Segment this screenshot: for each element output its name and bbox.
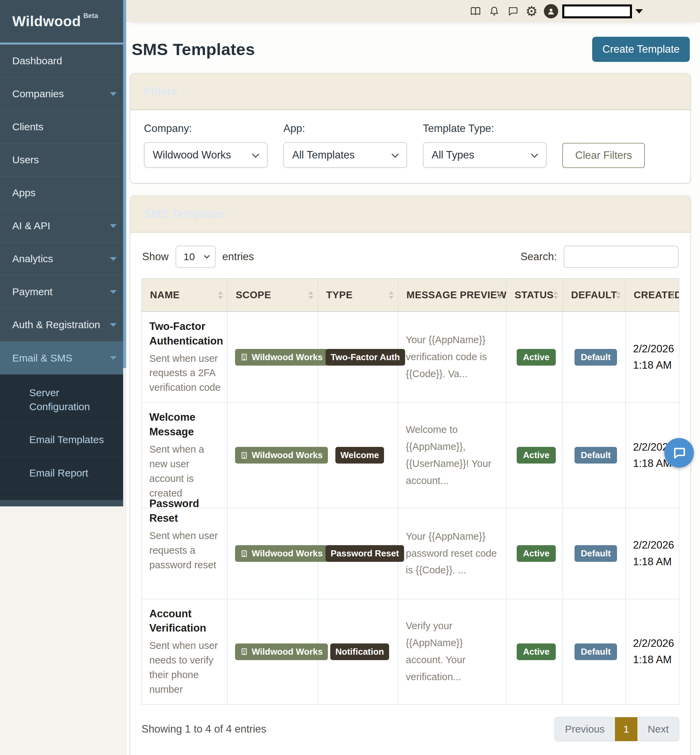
filters-card: Filters Company: Wildwood Works App: All… [130,73,691,183]
table-row: Password Reset Sent when user requests a… [142,508,679,599]
book-icon[interactable] [469,5,482,18]
sidebar-item-ai-api[interactable]: AI & API [0,209,126,242]
user-menu-caret-icon[interactable] [635,9,643,14]
building-icon [240,451,248,459]
column-header-name[interactable]: NAME [142,279,228,312]
company-filter: Company: Wildwood Works [144,122,268,168]
column-header-message-preview[interactable]: MESSAGE PREVIEW [398,279,506,312]
company-label: Company: [144,122,268,135]
template-type-select[interactable]: All Types [423,142,547,168]
status-badge: Active [517,545,555,562]
sort-icon [497,291,502,299]
template-name-cell: Welcome Message Sent when a new user acc… [142,402,228,508]
bell-icon[interactable] [488,5,501,18]
app-select[interactable]: All Templates [283,142,407,168]
table-footer: Showing 1 to 4 of 4 entries Previous 1 N… [142,717,679,741]
table-row: Welcome Message Sent when a new user acc… [142,402,679,508]
column-header-status[interactable]: STATUS [506,279,563,312]
sidebar-scrollbar-thumb[interactable] [123,0,126,368]
type-badge: Two-Factor Auth [325,349,405,366]
default-badge: Default [575,545,617,562]
column-header-scope[interactable]: SCOPE [228,279,318,312]
type-badge: Welcome [335,447,384,463]
current-page-button[interactable]: 1 [615,717,638,741]
template-type-cell: Password Reset [318,508,398,599]
search-label: Search: [520,251,557,263]
app-label: App: [283,122,407,135]
sort-icon [218,291,223,299]
sidebar-scrollbar[interactable] [123,0,126,506]
show-label: Show [142,251,169,263]
sms-templates-card-header: SMS Templates [130,196,691,232]
chevron-down-icon [110,257,117,261]
sidebar-item-dashboard[interactable]: Dashboard [0,45,126,78]
pagination: Previous 1 Next [555,717,679,741]
template-scope-cell: Wildwood Works [228,402,318,508]
template-type-filter: Template Type: All Types [423,122,547,168]
app-filter: App: All Templates [283,122,407,168]
status-badge: Active [517,447,555,463]
default-badge: Default [575,643,617,660]
scope-badge: Wildwood Works [235,643,328,660]
template-name-cell: Password Reset Sent when user requests a… [142,508,228,599]
screen: Wildwood Beta Dashboard Companies Client… [0,0,700,755]
sidebar-subitem-email-report[interactable]: Email Report [0,457,126,490]
chevron-down-icon [110,92,117,96]
next-page-button[interactable]: Next [638,717,679,741]
column-header-created[interactable]: CREATED [625,279,679,312]
sidebar-item-email-sms[interactable]: Email & SMS [0,342,126,374]
chevron-down-icon [204,253,209,259]
sidebar-item-apps[interactable]: Apps [0,176,126,209]
gear-icon[interactable]: ⚙ [525,5,538,18]
template-name-cell: Account Verification Sent when user need… [142,599,228,704]
sidebar-subitem-server-configuration[interactable]: Server Configuration [0,376,126,423]
sidebar-item-users[interactable]: Users [0,144,126,176]
sidebar-item-payment[interactable]: Payment [0,276,126,309]
template-type-cell: Notification [318,599,398,704]
brand-beta-badge: Beta [83,12,98,20]
sidebar-subitem-email-templates[interactable]: Email Templates [0,423,126,457]
column-header-default[interactable]: DEFAULT [563,279,625,312]
sidebar-nav: Dashboard Companies Clients Users Apps A… [0,45,126,500]
page-size-value: 10 [184,251,195,262]
sidebar-item-auth-registration[interactable]: Auth & Registration [0,309,126,342]
sort-icon [616,291,621,299]
column-header-type[interactable]: TYPE [318,279,398,312]
app-select-value: All Templates [292,149,355,161]
clear-filters-button[interactable]: Clear Filters [562,143,645,168]
status-badge: Active [517,643,555,660]
template-type-cell: Two-Factor Auth [318,312,398,402]
template-scope-cell: Wildwood Works [228,508,318,599]
table-controls: Show 10 entries Search: [142,245,678,268]
sidebar-item-analytics[interactable]: Analytics [0,242,126,276]
chat-fab-button[interactable] [664,438,694,468]
building-icon [240,549,248,558]
chevron-down-icon [531,150,538,158]
avatar[interactable] [544,4,558,19]
page-size-select[interactable]: 10 [175,245,216,268]
default-badge: Default [575,447,617,463]
chevron-down-icon [392,150,398,158]
sidebar-item-clients[interactable]: Clients [0,111,126,144]
chevron-down-icon [110,323,117,327]
sidebar-below-area [0,506,126,755]
scope-badge: Wildwood Works [235,447,328,463]
user-name-box[interactable] [562,5,632,19]
previous-page-button[interactable]: Previous [555,717,615,741]
create-template-button[interactable]: Create Template [592,37,690,62]
scope-badge: Wildwood Works [235,545,328,562]
template-type-label: Template Type: [423,122,547,135]
company-select[interactable]: Wildwood Works [144,142,268,168]
filters-card-header: Filters [130,73,691,110]
search-input[interactable] [564,245,678,268]
sort-icon [670,291,675,299]
sidebar-item-companies[interactable]: Companies [0,78,126,111]
message-preview-cell: Your {{AppName}} verification code is {{… [398,312,506,402]
message-preview-cell: Verify your {{AppName}} account. Your ve… [398,599,506,704]
sidebar: Wildwood Beta Dashboard Companies Client… [0,0,126,506]
status-cell: Active [506,312,563,402]
chat-icon [672,446,686,460]
chat-icon[interactable] [506,5,519,18]
created-cell: 2/2/20261:18 AM [625,508,679,599]
default-cell: Default [563,402,625,508]
